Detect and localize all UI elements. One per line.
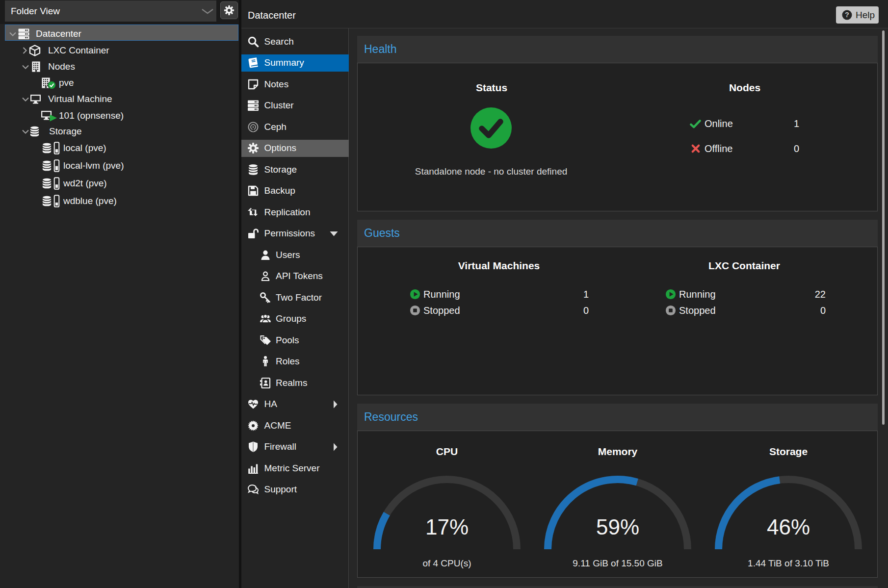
svg-text:?: ? bbox=[845, 11, 849, 19]
